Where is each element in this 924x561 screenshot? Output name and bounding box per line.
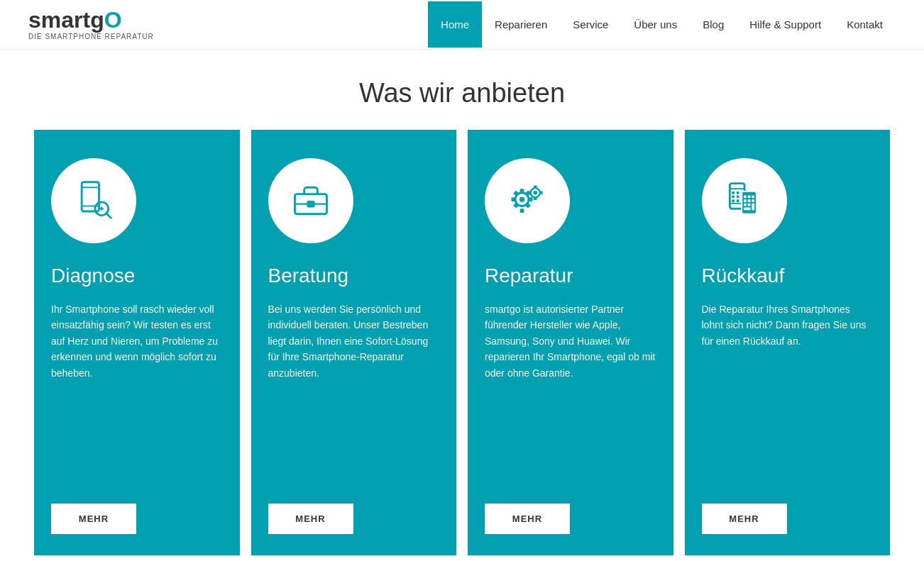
gears-icon xyxy=(506,179,549,222)
svg-rect-23 xyxy=(534,197,537,200)
svg-rect-13 xyxy=(520,209,524,213)
card-rueckkauf-description: Die Reparatur Ihres Smartphones lohnt si… xyxy=(702,301,874,487)
card-reparatur-title: Reparatur xyxy=(485,265,573,287)
svg-rect-48 xyxy=(752,204,754,210)
svg-rect-45 xyxy=(752,199,754,202)
logo-text: smartgO xyxy=(28,9,154,31)
svg-rect-40 xyxy=(744,196,747,199)
nav-ueber-uns[interactable]: Über uns xyxy=(621,1,690,48)
svg-point-21 xyxy=(533,191,537,195)
svg-rect-25 xyxy=(540,191,543,194)
nav-blog[interactable]: Blog xyxy=(690,1,737,48)
card-rueckkauf-title: Rückkauf xyxy=(702,265,785,287)
svg-rect-41 xyxy=(747,196,750,199)
card-diagnose: Diagnose Ihr Smartphone soll rasch wiede… xyxy=(34,130,240,555)
svg-rect-22 xyxy=(534,185,537,188)
page-title: Was wir anbieten xyxy=(0,78,924,109)
svg-rect-12 xyxy=(520,189,524,193)
card-beratung-description: Bei uns werden Sie persönlich und indivi… xyxy=(268,301,440,487)
nav-service[interactable]: Service xyxy=(560,1,621,48)
svg-rect-38 xyxy=(742,191,757,214)
svg-rect-43 xyxy=(744,199,747,202)
card-beratung-btn[interactable]: MEHR xyxy=(268,504,353,534)
cards-section: Diagnose Ihr Smartphone soll rasch wiede… xyxy=(0,130,924,561)
svg-rect-32 xyxy=(732,196,735,199)
nav-reparieren[interactable]: Reparieren xyxy=(482,1,560,48)
card-icon-diagnose-circle xyxy=(51,158,136,243)
header: smartgO DIE SMARTPHONE REPARATUR Home Re… xyxy=(0,0,924,50)
svg-rect-36 xyxy=(736,199,739,202)
svg-rect-30 xyxy=(736,191,739,194)
svg-rect-44 xyxy=(747,199,750,202)
nav-home[interactable]: Home xyxy=(428,1,482,48)
svg-rect-9 xyxy=(307,201,314,207)
logo-subtext: DIE SMARTPHONE REPARATUR xyxy=(28,33,154,40)
svg-rect-49 xyxy=(744,207,750,210)
logo: smartgO DIE SMARTPHONE REPARATUR xyxy=(28,9,154,40)
nav-kontakt[interactable]: Kontakt xyxy=(834,1,896,48)
card-icon-beratung-circle xyxy=(268,158,353,243)
svg-rect-33 xyxy=(736,196,739,199)
card-reparatur-btn[interactable]: MEHR xyxy=(485,504,570,534)
document-calc-icon xyxy=(723,179,766,222)
card-icon-reparatur-circle xyxy=(485,158,570,243)
svg-rect-29 xyxy=(732,191,735,194)
logo-go: O xyxy=(104,7,122,33)
page-title-section: Was wir anbieten xyxy=(0,50,924,130)
card-diagnose-description: Ihr Smartphone soll rasch wieder voll ei… xyxy=(51,301,223,487)
card-beratung: Beratung Bei uns werden Sie persönlich u… xyxy=(251,130,457,555)
card-reparatur-description: smartgo ist autorisierter Partner führen… xyxy=(485,301,656,487)
svg-rect-47 xyxy=(747,204,750,206)
card-rueckkauf-btn[interactable]: MEHR xyxy=(702,504,787,534)
card-rueckkauf: Rückkauf Die Reparatur Ihres Smartphones… xyxy=(685,130,891,555)
card-icon-rueckkauf-circle xyxy=(702,158,787,243)
card-reparatur: Reparatur smartgo ist autorisierter Part… xyxy=(468,130,673,555)
svg-line-4 xyxy=(106,213,111,218)
svg-rect-15 xyxy=(529,197,533,201)
svg-rect-14 xyxy=(512,197,516,201)
card-beratung-title: Beratung xyxy=(268,265,349,287)
card-diagnose-title: Diagnose xyxy=(51,265,135,287)
svg-rect-46 xyxy=(744,204,747,206)
svg-rect-0 xyxy=(82,182,99,211)
svg-point-11 xyxy=(519,196,525,202)
svg-rect-42 xyxy=(752,196,754,199)
phone-search-icon xyxy=(72,179,115,222)
nav-hilfe-support[interactable]: Hilfe & Support xyxy=(737,1,834,48)
svg-rect-24 xyxy=(528,191,531,194)
card-diagnose-btn[interactable]: MEHR xyxy=(51,504,136,534)
toolbox-icon xyxy=(290,179,332,222)
svg-rect-35 xyxy=(732,199,735,202)
main-nav: Home Reparieren Service Über uns Blog Hi… xyxy=(428,1,896,48)
